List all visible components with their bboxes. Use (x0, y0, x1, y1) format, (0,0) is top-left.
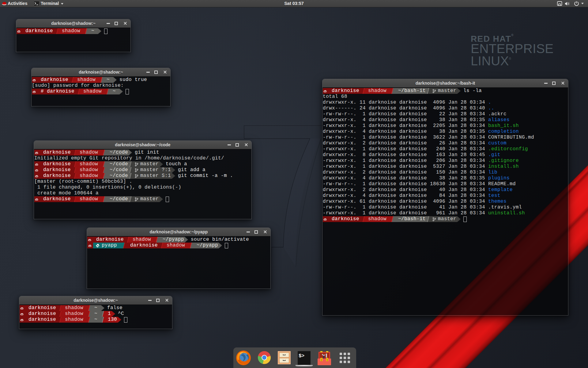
svg-text:$>: $> (299, 353, 304, 359)
